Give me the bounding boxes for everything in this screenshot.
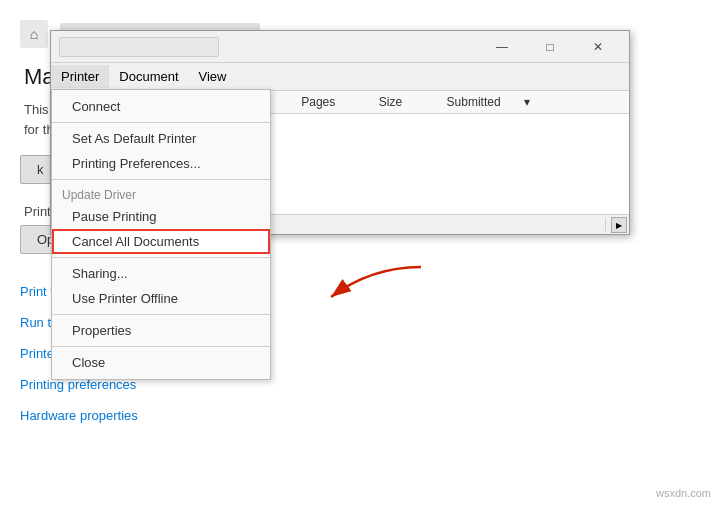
menu-sharing[interactable]: Sharing... (52, 261, 270, 286)
menu-pause-printing[interactable]: Pause Printing (52, 204, 270, 229)
menu-cancel-all-documents[interactable]: Cancel All Documents (52, 229, 270, 254)
printer-dialog: — □ ✕ Printer Document View Status Owner… (50, 30, 630, 235)
menu-bar: Printer Document View (51, 63, 629, 91)
printer-dropdown-menu: Connect Set As Default Printer Printing … (51, 89, 271, 380)
window-controls: — □ ✕ (479, 35, 621, 59)
dialog-title-input (59, 37, 219, 57)
col-header-size: Submitted (447, 95, 525, 109)
divider-1 (52, 122, 270, 123)
menu-update-driver-header: Update Driver (52, 183, 270, 204)
divider-2 (52, 179, 270, 180)
col-header-submitted: ▾ (524, 95, 621, 109)
maximize-button[interactable]: □ (527, 35, 573, 59)
dialog-title-bar: — □ ✕ (51, 31, 629, 63)
menu-set-default[interactable]: Set As Default Printer (52, 126, 270, 151)
menu-use-printer-offline[interactable]: Use Printer Offline (52, 286, 270, 311)
menu-view[interactable]: View (189, 65, 237, 88)
close-button[interactable]: ✕ (575, 35, 621, 59)
minimize-button[interactable]: — (479, 35, 525, 59)
col-header-pages: Size (379, 95, 447, 109)
home-icon[interactable]: ⌂ (20, 20, 48, 48)
menu-printing-preferences[interactable]: Printing Preferences... (52, 151, 270, 176)
menu-printer[interactable]: Printer (51, 65, 109, 88)
menu-document[interactable]: Document (109, 65, 188, 88)
divider-5 (52, 346, 270, 347)
watermark: wsxdn.com (656, 487, 711, 499)
menu-close[interactable]: Close (52, 350, 270, 375)
scroll-right-button[interactable]: ▶ (611, 217, 627, 233)
divider-4 (52, 314, 270, 315)
divider-3 (52, 257, 270, 258)
col-header-owner: Pages (301, 95, 379, 109)
hardware-properties-link[interactable]: Hardware properties (20, 408, 701, 423)
menu-connect[interactable]: Connect (52, 94, 270, 119)
menu-properties[interactable]: Properties (52, 318, 270, 343)
